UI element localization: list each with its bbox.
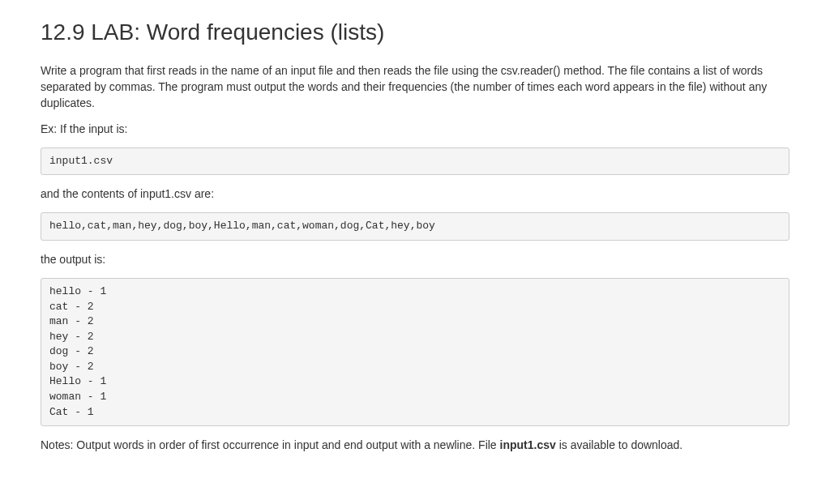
example-input-label: Ex: If the input is: [41,122,789,138]
notes-suffix: is available to download. [556,438,682,451]
contents-label: and the contents of input1.csv are: [41,186,789,203]
notes-filename: input1.csv [500,438,556,451]
input-filename-codebox: input1.csv [41,147,789,176]
csv-contents-codebox: hello,cat,man,hey,dog,boy,Hello,man,cat,… [41,212,789,241]
notes-prefix: Notes: Output words in order of first oc… [41,438,500,451]
notes-paragraph: Notes: Output words in order of first oc… [41,438,789,454]
intro-paragraph: Write a program that first reads in the … [41,63,789,112]
output-label: the output is: [41,252,789,268]
output-codebox: hello - 1 cat - 2 man - 2 hey - 2 dog - … [41,278,789,426]
page-title: 12.9 LAB: Word frequencies (lists) [41,16,789,49]
